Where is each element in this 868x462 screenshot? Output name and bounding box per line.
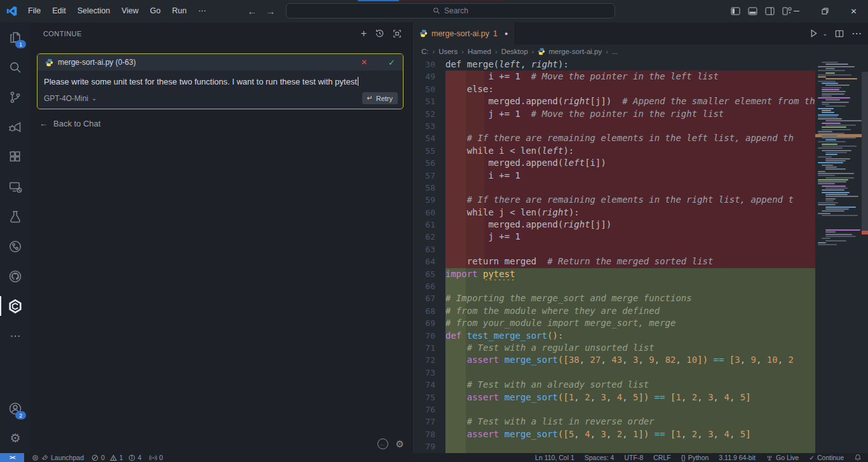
continue-status-button[interactable]: ✓Continue	[809, 454, 844, 461]
line-number[interactable]: 64	[412, 255, 445, 268]
continue-input-box[interactable]: merge-sort-ai.py (0-63) ✕ ✓ Please write…	[37, 53, 403, 109]
code-line[interactable]: 77 # Test with a list in reverse order	[412, 416, 816, 428]
menu-go[interactable]: Go	[144, 0, 166, 22]
line-content[interactable]: while i < len(left):	[445, 145, 816, 157]
line-content[interactable]: assert merge_sort([5, 4, 3, 2, 1]) == [1…	[445, 428, 816, 440]
editor-more-icon[interactable]: ⋯	[851, 27, 862, 39]
sidebar-item-explorer[interactable]: 1	[0, 22, 31, 52]
prompt-text-input[interactable]: Please write some unit test for these tw…	[37, 71, 403, 86]
line-number[interactable]: 55	[412, 145, 445, 157]
toggle-panel-icon[interactable]	[748, 7, 757, 15]
line-number[interactable]: 61	[412, 219, 445, 231]
language-mode[interactable]: {}Python	[681, 454, 709, 461]
line-number[interactable]: 52	[412, 108, 445, 120]
line-number[interactable]: 74	[412, 379, 445, 391]
line-number[interactable]: 76	[412, 404, 445, 416]
settings-button[interactable]: ⚙	[0, 423, 31, 453]
line-content[interactable]: else:	[445, 83, 816, 95]
back-to-chat-link[interactable]: ← Back to Chat	[39, 119, 100, 128]
code-line[interactable]: 68# from the module where they are defin…	[412, 305, 816, 317]
line-number[interactable]: 75	[412, 391, 445, 404]
code-line[interactable]: 53	[412, 120, 816, 132]
line-content[interactable]: # If there are remaining elements in the…	[445, 194, 816, 206]
line-number[interactable]: 58	[412, 182, 445, 194]
code-line[interactable]: 61 merged.append(right[j])	[412, 219, 816, 231]
more-options-icon[interactable]: …	[377, 438, 388, 449]
line-content[interactable]: assert merge_sort([1, 2, 3, 4, 5]) == [1…	[445, 391, 816, 404]
line-number[interactable]: 77	[412, 416, 445, 428]
line-number[interactable]: 54	[412, 132, 445, 144]
breadcrumb-drive[interactable]: C:	[421, 48, 429, 55]
sidebar-item-source-control[interactable]	[0, 82, 31, 112]
sidebar-item-gitlens[interactable]	[0, 231, 31, 261]
code-line[interactable]: 72 assert merge_sort([38, 27, 43, 3, 9, …	[412, 354, 816, 366]
ports-item[interactable]: 0	[149, 454, 163, 461]
nav-forward-icon[interactable]: →	[266, 6, 275, 17]
eol-sequence[interactable]: CRLF	[653, 454, 670, 461]
line-number[interactable]: 49	[412, 71, 445, 83]
line-number[interactable]: 53	[412, 120, 445, 132]
breadcrumb-desktop[interactable]: Desktop	[501, 48, 528, 55]
problems-item[interactable]: 0 1 4	[92, 454, 142, 461]
run-python-icon[interactable]	[809, 29, 818, 38]
code-line[interactable]: 60 while j < len(right):	[412, 207, 816, 219]
line-content[interactable]: assert merge_sort([38, 27, 43, 3, 9, 82,…	[445, 354, 816, 366]
menu-selection[interactable]: Selection	[72, 0, 116, 22]
line-content[interactable]: return merged # Return the merged sorted…	[445, 255, 816, 268]
line-number[interactable]: 62	[412, 231, 445, 243]
menu-run[interactable]: Run	[166, 0, 193, 22]
code-line[interactable]: 66	[412, 280, 816, 292]
code-line[interactable]: 62 j += 1	[412, 231, 816, 243]
launchpad-item[interactable]: Launchpad	[32, 454, 84, 461]
scrollbar-thumb[interactable]	[862, 72, 868, 231]
line-number[interactable]: 66	[412, 280, 445, 292]
line-content[interactable]	[445, 367, 816, 379]
line-number[interactable]: 67	[412, 292, 445, 304]
sidebar-item-continue[interactable]	[0, 291, 31, 321]
minimize-button[interactable]	[782, 0, 811, 22]
code-line[interactable]: 56 merged.append(left[i])	[412, 157, 816, 169]
line-content[interactable]: # Test with a regular unsorted list	[445, 342, 816, 354]
code-line[interactable]: 69# from your_module import merge_sort, …	[412, 317, 816, 329]
line-content[interactable]	[445, 404, 816, 416]
code-line[interactable]: 49 i += 1 # Move the pointer in the left…	[412, 71, 816, 83]
code-line[interactable]: 67# Importing the merge_sort and merge f…	[412, 292, 816, 304]
sidebar-item-github[interactable]	[0, 261, 31, 291]
line-content[interactable]: # If there are remaining elements in the…	[445, 132, 816, 144]
line-content[interactable]: def merge(left, right):	[445, 58, 816, 71]
unsaved-dot-icon[interactable]: ●	[505, 31, 508, 37]
code-line[interactable]: 51 merged.append(right[j]) # Append the …	[412, 95, 816, 107]
sticky-code-line[interactable]: 30def merge(left, right):	[412, 58, 816, 71]
line-number[interactable]: 57	[412, 170, 445, 182]
line-number[interactable]: 70	[412, 330, 445, 342]
sidebar-item-testing[interactable]	[0, 201, 31, 231]
line-number[interactable]: 30	[412, 58, 445, 71]
line-content[interactable]: # Importing the merge_sort and merge fun…	[445, 292, 816, 304]
line-number[interactable]: 60	[412, 207, 445, 219]
line-content[interactable]: i += 1	[445, 170, 816, 182]
new-session-icon[interactable]: +	[361, 29, 367, 39]
code-line[interactable]: 76	[412, 404, 816, 416]
line-number[interactable]: 78	[412, 428, 445, 440]
breadcrumb-hamed[interactable]: Hamed	[468, 48, 491, 55]
code-line[interactable]: 75 assert merge_sort([1, 2, 3, 4, 5]) ==…	[412, 391, 816, 404]
code-line[interactable]: 65import pytest	[412, 268, 816, 280]
code-line[interactable]: 71 # Test with a regular unsorted list	[412, 342, 816, 354]
line-content[interactable]: j += 1	[445, 231, 816, 243]
code-line[interactable]: 78 assert merge_sort([5, 4, 3, 2, 1]) ==…	[412, 428, 816, 440]
line-content[interactable]	[445, 280, 816, 292]
indentation[interactable]: Spaces: 4	[585, 454, 614, 461]
sidebar-item-more[interactable]	[0, 321, 31, 351]
close-window-button[interactable]: ✕	[839, 0, 868, 22]
code-line[interactable]: 55 while i < len(left):	[412, 145, 816, 157]
breadcrumb-users[interactable]: Users	[438, 48, 458, 55]
line-content[interactable]: import pytest	[445, 268, 816, 280]
python-interpreter[interactable]: 3.11.9 64-bit	[719, 454, 756, 461]
menu-edit[interactable]: Edit	[46, 0, 72, 22]
line-content[interactable]	[445, 243, 816, 255]
line-content[interactable]: # Test with an already sorted list	[445, 379, 816, 391]
sidebar-item-run-debug[interactable]	[0, 112, 31, 142]
line-number[interactable]: 51	[412, 95, 445, 107]
line-number[interactable]: 71	[412, 342, 445, 354]
line-content[interactable]: while j < len(right):	[445, 207, 816, 219]
